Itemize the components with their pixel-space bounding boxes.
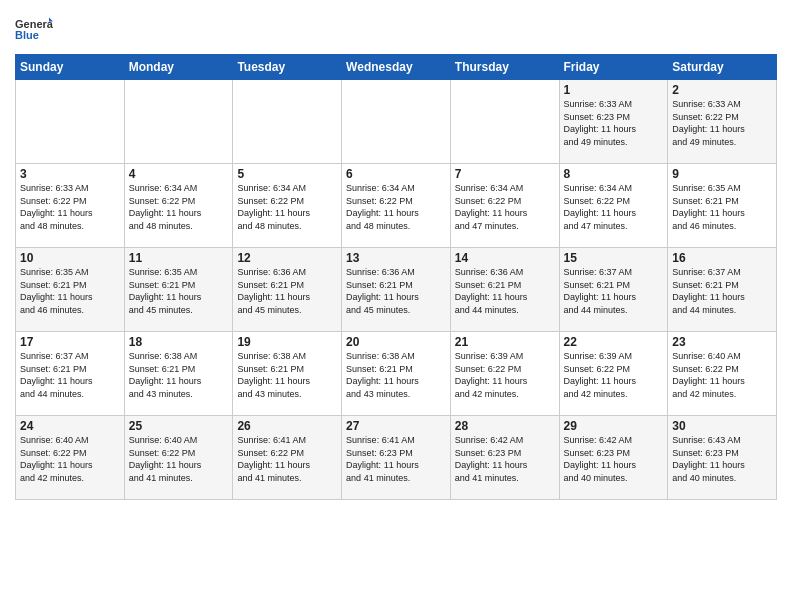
day-number: 21 <box>455 335 555 349</box>
day-info: Sunrise: 6:33 AM Sunset: 6:22 PM Dayligh… <box>672 98 772 148</box>
day-info: Sunrise: 6:36 AM Sunset: 6:21 PM Dayligh… <box>455 266 555 316</box>
day-number: 23 <box>672 335 772 349</box>
week-row-4: 17Sunrise: 6:37 AM Sunset: 6:21 PM Dayli… <box>16 332 777 416</box>
week-row-2: 3Sunrise: 6:33 AM Sunset: 6:22 PM Daylig… <box>16 164 777 248</box>
week-row-1: 1Sunrise: 6:33 AM Sunset: 6:23 PM Daylig… <box>16 80 777 164</box>
svg-text:General: General <box>15 18 53 30</box>
day-number: 30 <box>672 419 772 433</box>
day-number: 14 <box>455 251 555 265</box>
day-number: 13 <box>346 251 446 265</box>
calendar-cell <box>16 80 125 164</box>
calendar-cell: 8Sunrise: 6:34 AM Sunset: 6:22 PM Daylig… <box>559 164 668 248</box>
calendar-cell: 10Sunrise: 6:35 AM Sunset: 6:21 PM Dayli… <box>16 248 125 332</box>
day-info: Sunrise: 6:38 AM Sunset: 6:21 PM Dayligh… <box>129 350 229 400</box>
day-info: Sunrise: 6:34 AM Sunset: 6:22 PM Dayligh… <box>237 182 337 232</box>
calendar-cell <box>342 80 451 164</box>
day-info: Sunrise: 6:43 AM Sunset: 6:23 PM Dayligh… <box>672 434 772 484</box>
week-row-3: 10Sunrise: 6:35 AM Sunset: 6:21 PM Dayli… <box>16 248 777 332</box>
day-info: Sunrise: 6:37 AM Sunset: 6:21 PM Dayligh… <box>20 350 120 400</box>
day-number: 18 <box>129 335 229 349</box>
calendar-cell: 13Sunrise: 6:36 AM Sunset: 6:21 PM Dayli… <box>342 248 451 332</box>
day-info: Sunrise: 6:38 AM Sunset: 6:21 PM Dayligh… <box>346 350 446 400</box>
day-info: Sunrise: 6:39 AM Sunset: 6:22 PM Dayligh… <box>455 350 555 400</box>
day-number: 15 <box>564 251 664 265</box>
calendar-cell: 24Sunrise: 6:40 AM Sunset: 6:22 PM Dayli… <box>16 416 125 500</box>
header: General Blue <box>15 10 777 48</box>
calendar-cell: 25Sunrise: 6:40 AM Sunset: 6:22 PM Dayli… <box>124 416 233 500</box>
calendar-cell: 16Sunrise: 6:37 AM Sunset: 6:21 PM Dayli… <box>668 248 777 332</box>
calendar-cell: 27Sunrise: 6:41 AM Sunset: 6:23 PM Dayli… <box>342 416 451 500</box>
day-info: Sunrise: 6:38 AM Sunset: 6:21 PM Dayligh… <box>237 350 337 400</box>
calendar-cell: 4Sunrise: 6:34 AM Sunset: 6:22 PM Daylig… <box>124 164 233 248</box>
logo-svg: General Blue <box>15 10 53 48</box>
calendar-cell <box>233 80 342 164</box>
day-number: 9 <box>672 167 772 181</box>
day-info: Sunrise: 6:39 AM Sunset: 6:22 PM Dayligh… <box>564 350 664 400</box>
day-number: 27 <box>346 419 446 433</box>
day-info: Sunrise: 6:41 AM Sunset: 6:22 PM Dayligh… <box>237 434 337 484</box>
day-number: 11 <box>129 251 229 265</box>
day-info: Sunrise: 6:36 AM Sunset: 6:21 PM Dayligh… <box>346 266 446 316</box>
calendar-cell: 26Sunrise: 6:41 AM Sunset: 6:22 PM Dayli… <box>233 416 342 500</box>
logo: General Blue <box>15 10 53 48</box>
calendar-cell <box>124 80 233 164</box>
day-number: 16 <box>672 251 772 265</box>
calendar-cell: 21Sunrise: 6:39 AM Sunset: 6:22 PM Dayli… <box>450 332 559 416</box>
day-number: 6 <box>346 167 446 181</box>
day-info: Sunrise: 6:42 AM Sunset: 6:23 PM Dayligh… <box>564 434 664 484</box>
day-info: Sunrise: 6:37 AM Sunset: 6:21 PM Dayligh… <box>564 266 664 316</box>
day-number: 20 <box>346 335 446 349</box>
header-tuesday: Tuesday <box>233 55 342 80</box>
day-info: Sunrise: 6:35 AM Sunset: 6:21 PM Dayligh… <box>129 266 229 316</box>
day-info: Sunrise: 6:40 AM Sunset: 6:22 PM Dayligh… <box>20 434 120 484</box>
calendar-cell: 29Sunrise: 6:42 AM Sunset: 6:23 PM Dayli… <box>559 416 668 500</box>
calendar-cell: 11Sunrise: 6:35 AM Sunset: 6:21 PM Dayli… <box>124 248 233 332</box>
header-saturday: Saturday <box>668 55 777 80</box>
calendar-cell: 14Sunrise: 6:36 AM Sunset: 6:21 PM Dayli… <box>450 248 559 332</box>
calendar-cell: 23Sunrise: 6:40 AM Sunset: 6:22 PM Dayli… <box>668 332 777 416</box>
day-info: Sunrise: 6:35 AM Sunset: 6:21 PM Dayligh… <box>672 182 772 232</box>
day-number: 10 <box>20 251 120 265</box>
day-number: 12 <box>237 251 337 265</box>
day-number: 24 <box>20 419 120 433</box>
calendar-cell: 9Sunrise: 6:35 AM Sunset: 6:21 PM Daylig… <box>668 164 777 248</box>
day-info: Sunrise: 6:42 AM Sunset: 6:23 PM Dayligh… <box>455 434 555 484</box>
day-info: Sunrise: 6:33 AM Sunset: 6:22 PM Dayligh… <box>20 182 120 232</box>
calendar-page: General Blue SundayMondayTuesdayWednesda… <box>0 0 792 612</box>
calendar-cell: 1Sunrise: 6:33 AM Sunset: 6:23 PM Daylig… <box>559 80 668 164</box>
day-number: 8 <box>564 167 664 181</box>
day-number: 26 <box>237 419 337 433</box>
day-number: 17 <box>20 335 120 349</box>
day-number: 2 <box>672 83 772 97</box>
day-info: Sunrise: 6:40 AM Sunset: 6:22 PM Dayligh… <box>672 350 772 400</box>
day-info: Sunrise: 6:36 AM Sunset: 6:21 PM Dayligh… <box>237 266 337 316</box>
calendar-cell: 6Sunrise: 6:34 AM Sunset: 6:22 PM Daylig… <box>342 164 451 248</box>
calendar-cell: 12Sunrise: 6:36 AM Sunset: 6:21 PM Dayli… <box>233 248 342 332</box>
day-info: Sunrise: 6:40 AM Sunset: 6:22 PM Dayligh… <box>129 434 229 484</box>
day-info: Sunrise: 6:34 AM Sunset: 6:22 PM Dayligh… <box>129 182 229 232</box>
header-friday: Friday <box>559 55 668 80</box>
day-info: Sunrise: 6:34 AM Sunset: 6:22 PM Dayligh… <box>346 182 446 232</box>
day-info: Sunrise: 6:37 AM Sunset: 6:21 PM Dayligh… <box>672 266 772 316</box>
day-number: 1 <box>564 83 664 97</box>
header-sunday: Sunday <box>16 55 125 80</box>
calendar-cell: 18Sunrise: 6:38 AM Sunset: 6:21 PM Dayli… <box>124 332 233 416</box>
day-info: Sunrise: 6:33 AM Sunset: 6:23 PM Dayligh… <box>564 98 664 148</box>
calendar-cell: 15Sunrise: 6:37 AM Sunset: 6:21 PM Dayli… <box>559 248 668 332</box>
calendar-cell: 2Sunrise: 6:33 AM Sunset: 6:22 PM Daylig… <box>668 80 777 164</box>
calendar-cell: 7Sunrise: 6:34 AM Sunset: 6:22 PM Daylig… <box>450 164 559 248</box>
day-number: 29 <box>564 419 664 433</box>
day-info: Sunrise: 6:41 AM Sunset: 6:23 PM Dayligh… <box>346 434 446 484</box>
calendar-cell: 30Sunrise: 6:43 AM Sunset: 6:23 PM Dayli… <box>668 416 777 500</box>
day-number: 5 <box>237 167 337 181</box>
calendar-cell: 20Sunrise: 6:38 AM Sunset: 6:21 PM Dayli… <box>342 332 451 416</box>
calendar-cell <box>450 80 559 164</box>
calendar-cell: 19Sunrise: 6:38 AM Sunset: 6:21 PM Dayli… <box>233 332 342 416</box>
day-number: 25 <box>129 419 229 433</box>
header-thursday: Thursday <box>450 55 559 80</box>
day-info: Sunrise: 6:34 AM Sunset: 6:22 PM Dayligh… <box>564 182 664 232</box>
day-info: Sunrise: 6:34 AM Sunset: 6:22 PM Dayligh… <box>455 182 555 232</box>
calendar-table: SundayMondayTuesdayWednesdayThursdayFrid… <box>15 54 777 500</box>
header-monday: Monday <box>124 55 233 80</box>
day-number: 19 <box>237 335 337 349</box>
